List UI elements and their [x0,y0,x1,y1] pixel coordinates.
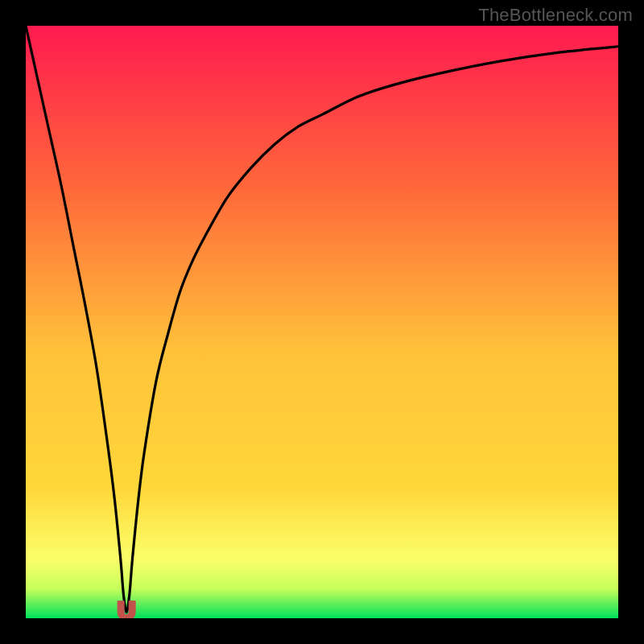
watermark-label: TheBottleneck.com [478,5,633,26]
plot-area [26,26,618,618]
chart-frame: TheBottleneck.com [0,0,644,644]
chart-svg [26,26,618,618]
